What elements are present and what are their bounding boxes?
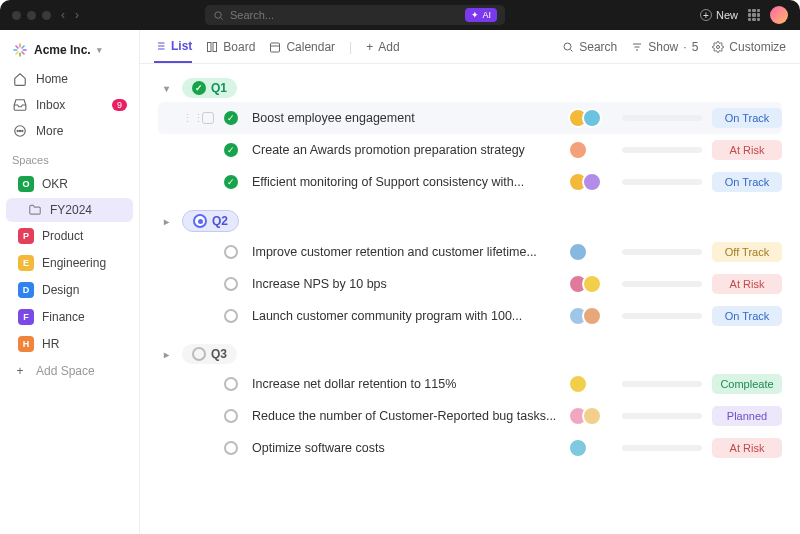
view-tab-calendar[interactable]: Calendar [269, 32, 335, 62]
main-panel: List Board Calendar | + Add Search [140, 30, 800, 534]
task-title[interactable]: Boost employee engagement [248, 111, 558, 125]
nav-forward-icon[interactable]: › [75, 8, 79, 22]
svg-line-3 [22, 46, 24, 48]
sidebar-space-finance[interactable]: FFinance [6, 304, 133, 330]
traffic-min[interactable] [27, 11, 36, 20]
assignee-avatar[interactable] [568, 438, 588, 458]
status-badge[interactable]: Off Track [712, 242, 782, 262]
progress-bar [622, 281, 702, 287]
user-avatar[interactable] [770, 6, 788, 24]
workspace-logo-icon [12, 42, 28, 58]
status-badge[interactable]: At Risk [712, 140, 782, 160]
assignee-avatar[interactable] [568, 374, 588, 394]
caret-icon[interactable]: ▸ [158, 349, 174, 360]
task-title[interactable]: Launch customer community program with 1… [248, 309, 558, 323]
group-pill[interactable]: Q3 [182, 344, 237, 364]
toolbar-customize[interactable]: Customize [712, 32, 786, 62]
plus-icon: + [700, 9, 712, 21]
empty-circle-icon[interactable] [224, 277, 238, 291]
assignee-avatar[interactable] [582, 406, 602, 426]
task-row[interactable]: Increase NPS by 10 bpsAt Risk [158, 268, 782, 300]
toolbar-search[interactable]: Search [562, 32, 617, 62]
chevron-down-icon: ▾ [97, 45, 102, 55]
assignee-avatar[interactable] [582, 274, 602, 294]
drag-handle-icon[interactable]: ⋮⋮ [182, 112, 192, 125]
apps-icon[interactable] [748, 9, 760, 21]
group-header-q1[interactable]: ▾✓Q1 [158, 74, 782, 102]
task-title[interactable]: Reduce the number of Customer-Reported b… [248, 409, 558, 423]
traffic-close[interactable] [12, 11, 21, 20]
sidebar-space-product[interactable]: PProduct [6, 223, 133, 249]
progress-bar [622, 179, 702, 185]
space-color-icon: F [18, 309, 34, 325]
caret-icon[interactable]: ▸ [158, 216, 174, 227]
search-icon [213, 10, 224, 21]
workspace-switcher[interactable]: Acme Inc. ▾ [0, 38, 139, 66]
assignee-avatar[interactable] [568, 140, 588, 160]
view-tab-board[interactable]: Board [206, 32, 255, 62]
status-badge[interactable]: On Track [712, 172, 782, 192]
task-row[interactable]: Optimize software costsAt Risk [158, 432, 782, 464]
checkbox[interactable] [202, 112, 214, 124]
empty-circle-icon[interactable] [224, 309, 238, 323]
assignee-avatar[interactable] [582, 172, 602, 192]
view-tab-list[interactable]: List [154, 31, 192, 63]
sidebar-space-hr[interactable]: HHR [6, 331, 133, 357]
assignee-avatar[interactable] [582, 306, 602, 326]
search-icon [562, 41, 574, 53]
status-badge[interactable]: Compleate [712, 374, 782, 394]
task-title[interactable]: Optimize software costs [248, 441, 558, 455]
task-row[interactable]: Launch customer community program with 1… [158, 300, 782, 332]
nav-back-icon[interactable]: ‹ [61, 8, 65, 22]
task-title[interactable]: Increase NPS by 10 bps [248, 277, 558, 291]
status-badge[interactable]: At Risk [712, 438, 782, 458]
task-title[interactable]: Create an Awards promotion preparation s… [248, 143, 558, 157]
task-row[interactable]: Reduce the number of Customer-Reported b… [158, 400, 782, 432]
assignee-avatar[interactable] [582, 108, 602, 128]
assignees [568, 108, 612, 128]
sidebar-item-home[interactable]: Home [0, 66, 139, 92]
add-view-button[interactable]: + Add [366, 32, 399, 62]
svg-point-24 [564, 43, 571, 50]
status-badge[interactable]: On Track [712, 306, 782, 326]
sidebar-folder[interactable]: FY2024 [6, 198, 133, 222]
status-badge[interactable]: At Risk [712, 274, 782, 294]
task-row[interactable]: Improve customer retention and customer … [158, 236, 782, 268]
task-row[interactable]: ✓Create an Awards promotion preparation … [158, 134, 782, 166]
toolbar-show[interactable]: Show · 5 [631, 32, 698, 62]
caret-icon[interactable]: ▾ [158, 83, 174, 94]
assignee-avatar[interactable] [568, 242, 588, 262]
empty-circle-icon[interactable] [224, 245, 238, 259]
task-row[interactable]: ✓Efficient monitoring of Support consist… [158, 166, 782, 198]
empty-circle-icon [192, 347, 206, 361]
plus-icon: + [12, 363, 28, 379]
empty-circle-icon[interactable] [224, 377, 238, 391]
sidebar-item-more[interactable]: More [0, 118, 139, 144]
empty-circle-icon[interactable] [224, 409, 238, 423]
task-row[interactable]: ⋮⋮✓Boost employee engagementOn Track [158, 102, 782, 134]
status-badge[interactable]: On Track [712, 108, 782, 128]
task-title[interactable]: Efficient monitoring of Support consiste… [248, 175, 558, 189]
traffic-max[interactable] [42, 11, 51, 20]
svg-point-12 [19, 130, 20, 131]
task-title[interactable]: Improve customer retention and customer … [248, 245, 558, 259]
sidebar-item-inbox[interactable]: Inbox 9 [0, 92, 139, 118]
global-search[interactable]: Search... ✦ AI [205, 5, 505, 25]
group-pill[interactable]: Q2 [182, 210, 239, 232]
group-header-q3[interactable]: ▸Q3 [158, 340, 782, 368]
svg-line-9 [16, 46, 18, 48]
calendar-icon [269, 41, 281, 53]
empty-circle-icon[interactable] [224, 441, 238, 455]
inbox-icon [12, 97, 28, 113]
group-header-q2[interactable]: ▸Q2 [158, 206, 782, 236]
sidebar-space-engineering[interactable]: EEngineering [6, 250, 133, 276]
sidebar-space-okr[interactable]: OOKR [6, 171, 133, 197]
task-title[interactable]: Increase net dollar retention to 115% [248, 377, 558, 391]
status-badge[interactable]: Planned [712, 406, 782, 426]
group-pill[interactable]: ✓Q1 [182, 78, 237, 98]
new-button[interactable]: + New [700, 9, 738, 21]
ai-badge[interactable]: ✦ AI [465, 8, 497, 22]
task-row[interactable]: Increase net dollar retention to 115%Com… [158, 368, 782, 400]
sidebar-space-design[interactable]: DDesign [6, 277, 133, 303]
add-space-button[interactable]: + Add Space [0, 358, 139, 384]
